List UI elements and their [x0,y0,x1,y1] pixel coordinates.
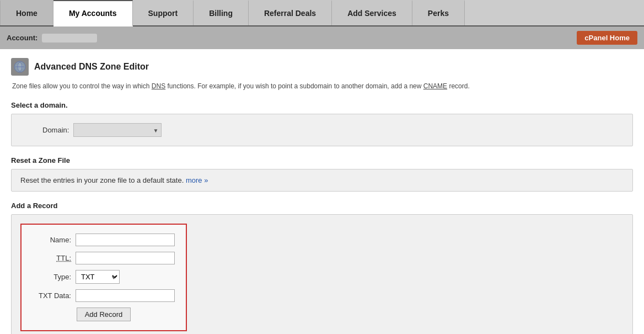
account-value [42,34,97,43]
account-bar: Account: cPanel Home [0,26,644,49]
domain-select-wrapper[interactable] [73,123,162,137]
page-description: Zone files allow you to control the way … [11,81,633,91]
name-input[interactable] [76,234,175,246]
txtdata-input[interactable] [76,289,175,302]
ttl-label: TTL: [33,254,71,262]
name-row: Name: [33,234,175,246]
reset-zone-panel: Reset the entries in your zone file to a… [11,169,633,192]
dns-icon [11,58,29,76]
txtdata-label: TXT Data: [33,291,71,300]
add-record-header: Add a Record [11,202,633,210]
tab-referral-deals[interactable]: Referral Deals [249,0,332,25]
cpanel-home-button[interactable]: cPanel Home [577,31,637,45]
tab-home[interactable]: Home [0,0,53,25]
txtdata-row: TXT Data: [33,289,175,302]
cname-underline: CNAME [423,82,447,90]
add-record-btn-row: Add Record [33,308,175,321]
dns-underline: DNS [152,82,165,90]
select-domain-panel: Domain: [11,114,633,146]
select-domain-header: Select a domain. [11,101,633,109]
page-title: Advanced DNS Zone Editor [34,62,149,72]
tab-support[interactable]: Support [133,0,194,25]
reset-zone-header: Reset a Zone File [11,156,633,165]
account-label: Account: [7,34,37,42]
domain-label: Domain: [42,126,69,134]
add-record-button[interactable]: Add Record [77,308,131,321]
page-title-row: Advanced DNS Zone Editor [11,58,633,76]
tab-add-services[interactable]: Add Services [332,0,412,25]
add-record-panel: Name: TTL: Type: TXT A AAAA CNAME MX [11,214,633,334]
record-form-container: Name: TTL: Type: TXT A AAAA CNAME MX [20,224,187,331]
type-select[interactable]: TXT A AAAA CNAME MX SRV [76,270,120,284]
tab-my-accounts[interactable]: My Accounts [53,0,133,26]
ttl-input[interactable] [76,252,175,264]
tab-billing[interactable]: Billing [194,0,249,25]
tab-perks[interactable]: Perks [412,0,465,25]
type-select-wrapper[interactable]: TXT A AAAA CNAME MX SRV [76,270,120,284]
tab-bar: HomeMy AccountsSupportBillingReferral De… [0,0,644,26]
main-content: Advanced DNS Zone Editor Zone files allo… [0,49,644,334]
type-label: Type: [33,273,71,281]
ttl-row: TTL: [33,252,175,264]
name-label: Name: [33,236,71,244]
domain-select[interactable] [73,123,162,137]
reset-zone-text: Reset the entries in your zone file to a… [20,176,208,184]
type-row: Type: TXT A AAAA CNAME MX SRV [33,270,175,284]
more-link[interactable]: more » [186,176,208,184]
